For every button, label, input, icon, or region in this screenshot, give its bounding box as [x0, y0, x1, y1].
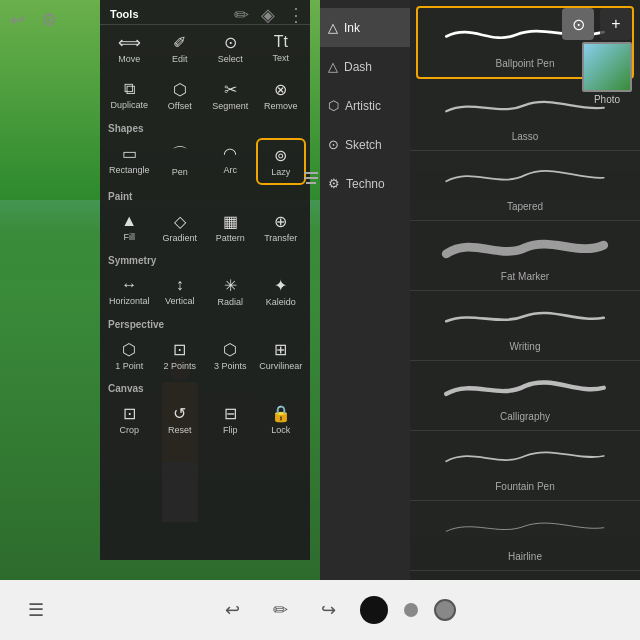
- tool-arc[interactable]: ◠ Arc: [205, 138, 256, 185]
- 3points-icon: ⬡: [223, 340, 237, 359]
- slider-controls[interactable]: [300, 168, 322, 188]
- gradient-label: Gradient: [162, 233, 197, 243]
- size-control[interactable]: [404, 603, 418, 617]
- pattern-label: Pattern: [216, 233, 245, 243]
- brush-fountain-pen[interactable]: Fountain Pen: [410, 431, 640, 501]
- vertical-icon: ↕: [176, 276, 184, 294]
- category-dash[interactable]: △ Dash: [320, 47, 410, 86]
- category-techno[interactable]: ⚙ Techno: [320, 164, 410, 203]
- move-label: Move: [118, 54, 140, 64]
- tool-crop[interactable]: ⊡ Crop: [104, 398, 155, 441]
- slider-line-1: [304, 172, 318, 174]
- brush-hairline[interactable]: Hairline: [410, 501, 640, 571]
- artistic-cat-icon: ⬡: [328, 98, 339, 113]
- undo-btn[interactable]: ↩: [216, 594, 248, 626]
- flip-label: Flip: [223, 425, 238, 435]
- select-icon: ⊙: [224, 33, 237, 52]
- layer-btn[interactable]: ⊙: [562, 8, 594, 40]
- lasso-label: Lasso: [422, 131, 628, 142]
- tool-duplicate[interactable]: ⧉ Duplicate: [104, 74, 155, 117]
- pen-top-icon[interactable]: ✏: [234, 4, 249, 26]
- writing-preview: [422, 299, 628, 339]
- tool-fill[interactable]: ▲ Fill: [104, 206, 155, 249]
- category-sketch[interactable]: ⊙ Sketch: [320, 125, 410, 164]
- slider-line-2: [304, 177, 318, 179]
- 3points-label: 3 Points: [214, 361, 247, 371]
- tool-offset[interactable]: ⬡ Offset: [155, 74, 206, 117]
- tools-grid-actions: ⟺ Move ✐ Edit ⊙ Select Tt Text: [100, 25, 310, 72]
- tool-rectangle[interactable]: ▭ Rectangle: [104, 138, 155, 185]
- sketch-cat-label: Sketch: [345, 138, 382, 152]
- tool-edit[interactable]: ✐ Edit: [155, 27, 206, 70]
- segment-label: Segment: [212, 101, 248, 111]
- edit-icon: ✐: [173, 33, 186, 52]
- fill-label: Fill: [124, 232, 136, 242]
- tool-move[interactable]: ⟺ Move: [104, 27, 155, 70]
- tool-flip[interactable]: ⊟ Flip: [205, 398, 256, 441]
- segment-icon: ✂: [224, 80, 237, 99]
- horizontal-label: Horizontal: [109, 296, 150, 306]
- tools-grid-canvas: ⊡ Crop ↺ Reset ⊟ Flip 🔒 Lock: [100, 396, 310, 443]
- category-artistic[interactable]: ⬡ Artistic: [320, 86, 410, 125]
- tool-segment[interactable]: ✂ Segment: [205, 74, 256, 117]
- brush-tapered[interactable]: Tapered: [410, 151, 640, 221]
- tools-grid-paint: ▲ Fill ◇ Gradient ▦ Pattern ⊕ Transfer: [100, 204, 310, 251]
- artistic-cat-label: Artistic: [345, 99, 381, 113]
- tool-reset[interactable]: ↺ Reset: [155, 398, 206, 441]
- tools-grid-shapes: ▭ Rectangle ⌒ Pen ◠ Arc ⊚ Lazy: [100, 136, 310, 187]
- hairline-label: Hairline: [422, 551, 628, 562]
- settings-icon[interactable]: ⚙: [41, 9, 57, 31]
- tool-pattern[interactable]: ▦ Pattern: [205, 206, 256, 249]
- tool-radial[interactable]: ✳ Radial: [205, 270, 256, 313]
- color-picker[interactable]: [360, 596, 388, 624]
- tool-remove[interactable]: ⊗ Remove: [256, 74, 307, 117]
- brush-categories: △ Ink △ Dash ⬡ Artistic ⊙ Sketch ⚙ Techn…: [320, 0, 410, 580]
- tool-pen[interactable]: ⌒ Pen: [155, 138, 206, 185]
- tool-curvilinear[interactable]: ⊞ Curvilinear: [256, 334, 307, 377]
- tool-1point[interactable]: ⬡ 1 Point: [104, 334, 155, 377]
- tool-2points[interactable]: ⊡ 2 Points: [155, 334, 206, 377]
- fill-icon: ▲: [121, 212, 137, 230]
- arc-icon: ◠: [223, 144, 237, 163]
- writing-label: Writing: [422, 341, 628, 352]
- tool-lock[interactable]: 🔒 Lock: [256, 398, 307, 441]
- fountain-pen-preview: [422, 439, 628, 479]
- 2points-icon: ⊡: [173, 340, 186, 359]
- transfer-icon: ⊕: [274, 212, 287, 231]
- fat-marker-preview: [422, 229, 628, 269]
- tapered-preview: [422, 159, 628, 199]
- arc-label: Arc: [224, 165, 238, 175]
- layers-top-icon[interactable]: ◈: [261, 4, 275, 26]
- tool-select[interactable]: ⊙ Select: [205, 27, 256, 70]
- brush-calligraphy[interactable]: Calligraphy: [410, 361, 640, 431]
- tools-title: Tools: [110, 8, 139, 20]
- text-label: Text: [272, 53, 289, 63]
- tool-text[interactable]: Tt Text: [256, 27, 307, 70]
- dash-cat-icon: △: [328, 59, 338, 74]
- curvilinear-label: Curvilinear: [259, 361, 302, 371]
- redo-btn[interactable]: ↪: [312, 594, 344, 626]
- photo-thumb[interactable]: [582, 42, 632, 92]
- tool-transfer[interactable]: ⊕ Transfer: [256, 206, 307, 249]
- opacity-control[interactable]: [434, 599, 456, 621]
- photo-thumbnail-area: Photo: [578, 40, 636, 105]
- more-top-icon[interactable]: ⋮: [287, 4, 305, 26]
- menu-btn[interactable]: ☰: [20, 594, 52, 626]
- tool-3points[interactable]: ⬡ 3 Points: [205, 334, 256, 377]
- add-layer-btn[interactable]: +: [600, 8, 632, 40]
- tool-vertical[interactable]: ↕ Vertical: [155, 270, 206, 313]
- tool-lazy[interactable]: ⊚ Lazy: [256, 138, 307, 185]
- tools-grid-actions2: ⧉ Duplicate ⬡ Offset ✂ Segment ⊗ Remove: [100, 72, 310, 119]
- undo-icon[interactable]: ↩: [10, 9, 25, 31]
- tool-gradient[interactable]: ◇ Gradient: [155, 206, 206, 249]
- brush-writing[interactable]: Writing: [410, 291, 640, 361]
- symmetry-section-title: Symmetry: [100, 251, 310, 268]
- lazy-icon: ⊚: [274, 146, 287, 165]
- tool-kaleido[interactable]: ✦ Kaleido: [256, 270, 307, 313]
- tool-horizontal[interactable]: ↔ Horizontal: [104, 270, 155, 313]
- reset-label: Reset: [168, 425, 192, 435]
- brush-fat-marker[interactable]: Fat Marker: [410, 221, 640, 291]
- brush-mode-btn[interactable]: ✏: [264, 594, 296, 626]
- move-icon: ⟺: [118, 33, 141, 52]
- top-bar-right: ✏ ◈ ⋮: [234, 4, 305, 26]
